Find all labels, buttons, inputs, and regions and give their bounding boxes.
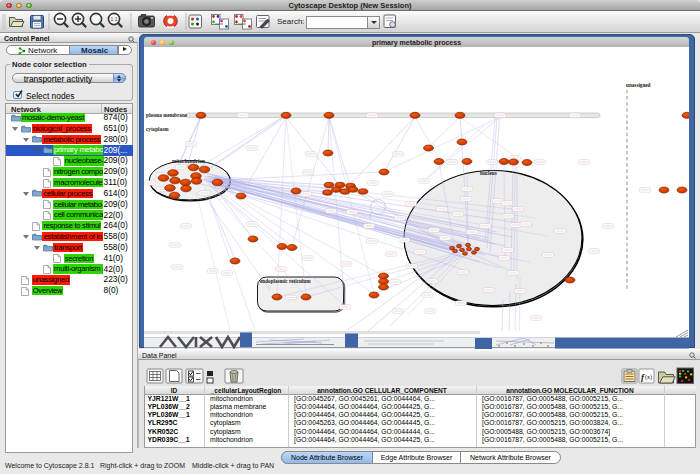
svg-text:plasma membrane: plasma membrane bbox=[146, 112, 188, 118]
svg-text:mitochondrion: mitochondrion bbox=[172, 158, 205, 164]
svg-text:endoplasmic reticulum: endoplasmic reticulum bbox=[260, 278, 311, 284]
svg-text:(x): (x) bbox=[645, 374, 652, 381]
svg-text:nucleus: nucleus bbox=[480, 170, 497, 176]
svg-text:1:1: 1:1 bbox=[111, 16, 118, 22]
svg-text:cytoplasm: cytoplasm bbox=[146, 126, 169, 132]
svg-text:unassigned: unassigned bbox=[626, 82, 651, 88]
